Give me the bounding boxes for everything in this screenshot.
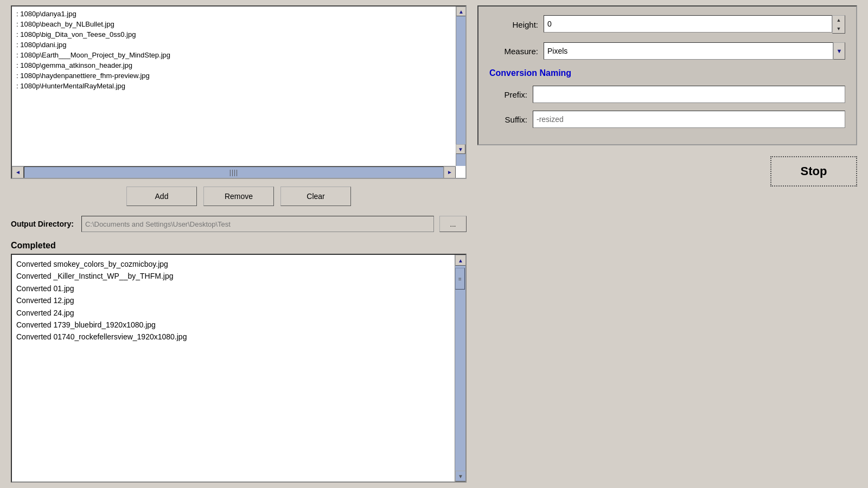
prefix-label: Prefix: [489,90,527,99]
list-item: 1080p\danya1.jpg [12,9,465,19]
prefix-input[interactable] [533,86,845,103]
height-label: Height: [489,20,538,29]
file-list-container: 1080p\danya1.jpg 1080p\beach_by_NLBullet… [11,5,467,179]
prefix-row: Prefix: [489,86,845,103]
height-decrement-btn[interactable]: ▼ [833,24,845,33]
stop-button[interactable]: Stop [770,156,857,187]
list-item: Converted 01740_rockefellersview_1920x10… [16,331,461,343]
list-item: 1080p\big_Dita_von_Teese_0ss0.jpg [12,29,465,40]
height-input[interactable] [544,15,832,33]
add-button[interactable]: Add [126,187,197,206]
completed-list-container: Converted smokey_colors_by_cozmicboy.jpg… [11,254,467,483]
height-spinner: ▲ ▼ [832,15,845,34]
file-list-scroll-left-btn[interactable]: ◄ [12,166,24,178]
measure-row: Measure: Pixels ▼ [489,42,845,60]
list-item: 1080p\haydenpanettiere_fhm-preview.jpg [12,70,465,81]
suffix-label: Suffix: [489,115,527,124]
output-dir-label: Output Directory: [11,220,74,228]
stop-btn-wrapper: Stop [477,156,857,187]
main-container: 1080p\danya1.jpg 1080p\beach_by_NLBullet… [0,0,868,488]
completed-vscrollbar: ▲ ≡ ▼ [455,255,465,481]
completed-section: Completed Converted smokey_colors_by_coz… [11,241,467,483]
browse-button[interactable]: ... [439,216,467,232]
height-increment-btn[interactable]: ▲ [833,16,845,24]
measure-dropdown-btn[interactable]: ▼ [833,42,845,60]
list-item: Converted smokey_colors_by_cozmicboy.jpg [16,258,461,270]
file-list-vscrollbar: ▲ ▼ [456,7,465,166]
list-item: 1080p\gemma_atkinson_header.jpg [12,60,465,70]
measure-select-display: Pixels [544,42,833,60]
completed-scroll-thumb[interactable]: ≡ [455,268,465,290]
completed-scroll-track: ≡ [455,266,465,471]
file-list-scroll-up-btn[interactable]: ▲ [456,7,466,16]
list-item: 1080p\Earth___Moon_Project_by_MindStep.j… [12,50,465,60]
file-list-scroll-down-btn[interactable]: ▼ [456,144,465,154]
output-dir-row: Output Directory: ... [11,216,467,232]
output-dir-input[interactable] [81,216,434,232]
conversion-naming-title: Conversion Naming [489,68,845,78]
completed-label: Completed [11,241,467,251]
file-list-hscroll-track[interactable]: |||| [24,166,444,178]
list-item: Converted 24.jpg [16,307,461,319]
list-item: 1080p\dani.jpg [12,40,465,50]
suffix-row: Suffix: [489,111,845,128]
clear-button[interactable]: Clear [280,187,351,206]
left-panel: 1080p\danya1.jpg 1080p\beach_by_NLBullet… [0,0,472,488]
hscroll-thumb-indicator: |||| [229,169,238,176]
completed-list: Converted smokey_colors_by_cozmicboy.jpg… [12,255,465,346]
measure-label: Measure: [489,47,538,56]
list-item: 1080p\HunterMentalRayMetal.jpg [12,81,465,91]
remove-button[interactable]: Remove [203,187,274,206]
height-row: Height: ▲ ▼ [489,15,845,34]
file-list-scroll-right-btn[interactable]: ► [444,166,456,178]
list-item: Converted 1739_bluebird_1920x1080.jpg [16,319,461,331]
measure-select-group: Pixels ▼ [544,42,845,60]
measure-value: Pixels [547,47,567,55]
suffix-input[interactable] [533,111,845,128]
right-panel: Height: ▲ ▼ Measure: Pixels ▼ [472,0,868,488]
right-inner-panel: Height: ▲ ▼ Measure: Pixels ▼ [477,5,857,145]
list-item: 1080p\beach_by_NLBullet.jpg [12,19,465,29]
list-item: Converted 12.jpg [16,294,461,306]
completed-scroll-up-btn[interactable]: ▲ [455,255,466,266]
button-row: Add Remove Clear [11,187,467,206]
list-item: Converted _Killer_Instinct_WP__by_THFM.j… [16,270,461,282]
list-item: Converted 01.jpg [16,282,461,294]
file-list: 1080p\danya1.jpg 1080p\beach_by_NLBullet… [12,7,465,93]
completed-scroll-down-btn[interactable]: ▼ [455,471,466,481]
height-input-group: ▲ ▼ [544,15,845,34]
scroll-thumb-lines: ≡ [458,276,462,282]
